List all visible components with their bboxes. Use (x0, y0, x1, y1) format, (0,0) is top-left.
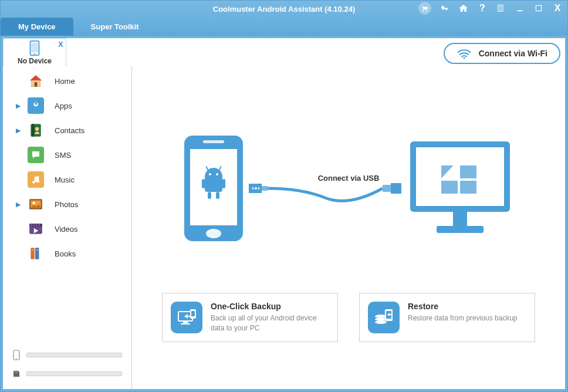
device-tab-close-icon[interactable]: X (58, 40, 63, 49)
tab-my-device[interactable]: My Device (1, 18, 73, 36)
sidebar-item-photos[interactable]: ▶ Photos (3, 192, 131, 217)
music-icon (28, 171, 44, 188)
svg-rect-56 (437, 226, 484, 233)
svg-rect-47 (262, 186, 268, 191)
svg-rect-55 (453, 212, 467, 226)
svg-rect-20 (33, 224, 35, 225)
backup-card-text: One-Click Backup Back up all of your And… (211, 302, 329, 333)
svg-point-13 (37, 180, 40, 183)
backup-card[interactable]: One-Click Backup Back up all of your And… (162, 293, 338, 342)
svg-rect-24 (35, 248, 39, 259)
svg-point-8 (35, 105, 37, 107)
svg-rect-34 (203, 140, 224, 143)
phone-storage-bar (26, 353, 122, 357)
svg-rect-58 (460, 165, 476, 178)
sidebar-item-videos[interactable]: Videos (3, 217, 131, 241)
svg-point-42 (209, 173, 211, 175)
android-phone-illustration (178, 133, 249, 244)
sidebar-item-contacts[interactable]: ▶ Contacts (3, 118, 131, 143)
app-title: Coolmuster Android Assistant (4.10.24) (213, 5, 355, 13)
key-icon[interactable] (439, 3, 450, 13)
svg-point-50 (255, 187, 257, 190)
connect-wifi-button[interactable]: Connect via Wi-Fi (444, 43, 560, 64)
svg-rect-29 (15, 371, 15, 373)
backup-desc: Back up all of your Android device data … (211, 313, 329, 333)
sms-icon (28, 147, 44, 163)
svg-point-12 (32, 181, 35, 184)
svg-rect-19 (31, 224, 32, 225)
svg-rect-41 (216, 192, 219, 199)
pc-illustration (401, 133, 519, 244)
titlebar-buttons: ? X (418, 2, 563, 15)
backup-title: One-Click Backup (211, 302, 329, 311)
books-icon (28, 245, 44, 262)
storage-section (3, 340, 131, 389)
svg-rect-65 (191, 311, 195, 316)
sidebar-item-sms[interactable]: SMS (3, 143, 131, 167)
svg-rect-39 (222, 179, 225, 188)
svg-rect-48 (383, 185, 391, 192)
usb-connect-label: Connect via USB (318, 174, 380, 183)
sd-storage-icon (12, 368, 21, 380)
restore-card-text: Restore Restore data from previous backu… (408, 302, 518, 323)
svg-rect-49 (391, 183, 401, 194)
svg-rect-37 (205, 177, 222, 192)
svg-rect-4 (31, 42, 38, 52)
tabbar: My Device Super Toolkit (1, 17, 567, 36)
svg-point-6 (463, 57, 465, 59)
sidebar-item-books[interactable]: Books (3, 241, 131, 266)
svg-rect-63 (181, 323, 190, 325)
svg-point-5 (34, 53, 35, 54)
svg-rect-51 (252, 187, 253, 190)
storage-sd-row (12, 368, 122, 380)
svg-rect-38 (202, 179, 205, 188)
connection-diagram: Connect via USB (144, 96, 553, 281)
chevron-right-icon[interactable]: ▶ (16, 201, 23, 208)
svg-rect-23 (31, 248, 35, 259)
chevron-right-icon[interactable]: ▶ (16, 102, 23, 110)
sidebar-label: SMS (55, 151, 71, 160)
photos-icon (28, 196, 44, 212)
content-area: Home ▶ Apps ▶ Contacts (3, 66, 565, 389)
sidebar-label: Photos (55, 200, 78, 209)
cart-icon[interactable] (418, 2, 431, 15)
apps-icon (28, 97, 44, 114)
sidebar-label: Books (55, 249, 76, 258)
sidebar-label: Music (55, 175, 75, 184)
svg-rect-40 (208, 192, 211, 199)
backup-icon (171, 302, 202, 333)
sidebar-item-apps[interactable]: ▶ Apps (3, 93, 131, 118)
home-icon[interactable] (458, 3, 469, 13)
svg-point-43 (216, 173, 218, 175)
close-icon[interactable]: X (552, 3, 563, 13)
maximize-icon[interactable] (533, 3, 544, 13)
sidebar-label: Apps (55, 102, 72, 110)
wifi-icon (457, 48, 472, 59)
sidebar-item-home[interactable]: Home (3, 69, 131, 93)
tab-super-toolkit[interactable]: Super Toolkit (73, 18, 157, 36)
sidebar-item-music[interactable]: Music (3, 167, 131, 192)
svg-rect-25 (31, 250, 33, 251)
svg-rect-60 (460, 181, 476, 194)
svg-point-35 (206, 229, 221, 238)
restore-desc: Restore data from previous backup (408, 313, 518, 323)
storage-phone-row (12, 349, 122, 361)
minimize-icon[interactable] (515, 3, 525, 13)
phone-icon (29, 40, 40, 56)
chevron-right-icon[interactable]: ▶ (16, 127, 23, 134)
phone-storage-icon (12, 349, 21, 361)
main-panel: Connect via USB (132, 66, 565, 389)
svg-rect-30 (16, 371, 16, 373)
device-tab[interactable]: X No Device (3, 38, 66, 66)
restore-icon (368, 302, 400, 333)
svg-rect-10 (32, 124, 34, 137)
help-icon[interactable]: ? (477, 3, 488, 13)
sidebar-list: Home ▶ Apps ▶ Contacts (3, 69, 131, 340)
svg-rect-2 (536, 5, 541, 11)
videos-icon (28, 221, 44, 237)
home-icon (28, 73, 44, 89)
restore-card[interactable]: Restore Restore data from previous backu… (359, 293, 535, 342)
menu-icon[interactable] (496, 3, 506, 13)
restore-title: Restore (408, 302, 518, 311)
svg-rect-1 (517, 11, 522, 12)
